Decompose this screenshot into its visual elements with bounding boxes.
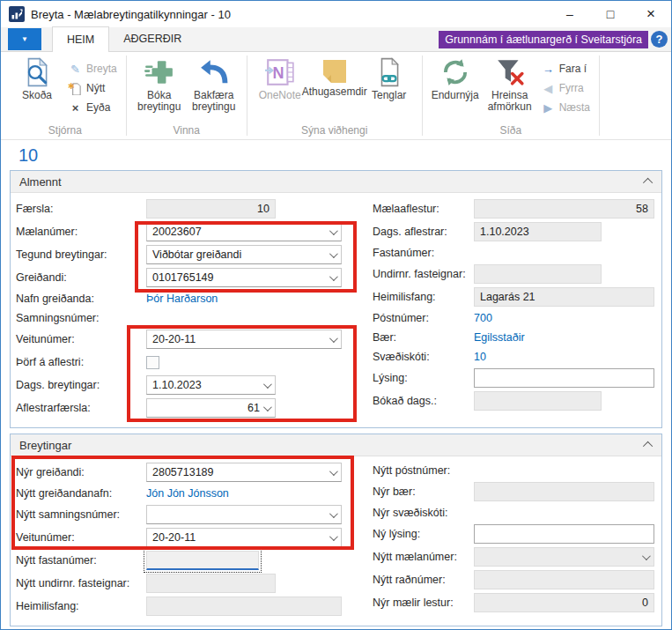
go-to-arrow-icon: → <box>541 63 556 76</box>
app-icon <box>9 6 25 22</box>
ny-lysing-input[interactable] <box>474 524 654 544</box>
title-bar: Breyta - Mælabreytingatilkynningar - 10 … <box>1 1 671 27</box>
field-faersla: Færsla:10 <box>16 198 357 219</box>
svaediskoti-link[interactable]: 10 <box>474 351 486 363</box>
field-nyr-maelir-lestur: Nýr mælir lestur:0 <box>373 592 654 613</box>
ribbon: Skoða ✎Breyta ✱Nýtt ×Eyða Stjórna <box>1 52 671 140</box>
close-button[interactable]: × <box>631 2 671 27</box>
svg-text:N: N <box>272 64 284 82</box>
field-bokad-dags: Bókað dags.: <box>373 390 654 411</box>
naesta-button: ▶Næsta <box>537 98 594 117</box>
nytt-samningsnumer-combobox[interactable] <box>146 505 342 524</box>
field-nafn-greidanda: Nafn greiðanda:Þór Harðarson <box>16 290 357 308</box>
eyda-button[interactable]: ×Eyða <box>64 98 121 117</box>
field-nyr-greidandi: Nýr greiðandi:2805713189 <box>16 462 357 483</box>
chevron-down-icon <box>263 380 272 389</box>
nytt-maelanumer-combobox[interactable] <box>474 547 654 567</box>
ribbon-separator <box>247 56 247 136</box>
nytt-fastanumer-input[interactable] <box>146 551 259 570</box>
section-almennt: Almennt Færsla:10 Mælanúmer:20023607 Teg… <box>10 170 662 428</box>
maelanumer-combobox[interactable]: 20023607 <box>146 222 342 241</box>
nytt-button[interactable]: ✱Nýtt <box>64 78 121 98</box>
field-nyr-svaediskoti: Nýr svæðiskóti: <box>373 504 654 522</box>
maximize-button[interactable]: □ <box>590 2 631 27</box>
baer-link[interactable]: Egilsstaðir <box>474 331 525 344</box>
chevron-down-icon <box>263 403 272 411</box>
onenote-icon: N <box>265 57 295 87</box>
ribbon-group-syna-vidhengi: N OneNote Athugasemdir Tenglar Sýna viðh… <box>249 52 420 139</box>
field-samningsnumer: Samningsnúmer: <box>16 309 357 327</box>
greidandi-combobox[interactable]: 0101765149 <box>146 268 342 287</box>
help-icon[interactable]: ? <box>651 31 668 48</box>
field-aflestrarfaersla: Aflestrarfærsla:61 <box>16 397 357 419</box>
lysing-input[interactable] <box>474 368 654 388</box>
field-dags-aflestrar: Dags. aflestrar:1.10.2023 <box>373 221 654 242</box>
clear-filter-icon <box>495 57 525 87</box>
page-title: 10 <box>1 140 671 168</box>
onenote-button: N OneNote <box>253 56 307 122</box>
hreinsa-afmorkun-button[interactable]: Hreinsa afmörkun <box>483 56 537 122</box>
window-title: Breyta - Mælabreytingatilkynningar - 10 <box>31 8 550 21</box>
nyr-baer-input <box>474 482 654 501</box>
bakfaera-breytingu-button[interactable]: Bakfæra breytingu <box>187 56 241 122</box>
tenglar-button[interactable]: Tenglar <box>362 56 417 122</box>
field-nyr-baer: Nýr bær: <box>373 481 654 502</box>
veitunumer-combobox[interactable]: 20-20-11 <box>146 330 342 349</box>
endurnyja-button[interactable]: Endurnýja <box>428 56 483 122</box>
ribbon-separator <box>422 56 423 136</box>
nytt-greidandanafn-link[interactable]: Jón Jón Jónsson <box>146 487 229 500</box>
skoda-button[interactable]: Skoða <box>10 56 64 122</box>
tab-adgerdir[interactable]: AÐGERÐIR <box>109 26 196 51</box>
nytt-radnumer-input <box>474 570 654 589</box>
ribbon-group-stjorna: Skoða ✎Breyta ✱Nýtt ×Eyða Stjórna <box>6 52 124 139</box>
section-breytingar: Breytingar Nýr greiðandi:2805713189 Nýtt… <box>10 434 662 626</box>
boka-breytingu-button[interactable]: Bóka breytingu <box>132 56 187 122</box>
maelaaflestur-input: 58 <box>474 199 654 219</box>
field-nytt-fastanumer: Nýtt fastanúmer: <box>16 550 357 571</box>
chevron-down-icon <box>642 552 651 560</box>
links-document-icon <box>374 57 404 87</box>
new-document-icon: ✱ <box>68 82 83 95</box>
nyr-maelir-lestur-input: 0 <box>474 593 654 612</box>
aflestrarfaersla-combobox[interactable]: 61 <box>146 398 276 418</box>
section-breytingar-header[interactable]: Breytingar <box>11 434 661 456</box>
postnumer-link[interactable]: 700 <box>474 312 492 324</box>
chevron-down-icon <box>329 334 338 343</box>
field-maelaaflestur: Mælaaflestur:58 <box>373 198 654 219</box>
chevron-down-icon <box>329 272 338 281</box>
section-almennt-header[interactable]: Almennt <box>11 171 661 193</box>
undo-arrow-icon <box>199 57 229 87</box>
ribbon-separator <box>599 56 600 136</box>
next-arrow-icon: ▶ <box>541 101 556 115</box>
ribbon-group-label: Vinna <box>132 123 241 139</box>
pencil-icon: ✎ <box>68 63 83 76</box>
athugasemdir-button[interactable]: Athugasemdir <box>307 56 362 122</box>
field-veitunumer-breyting: Veitunúmer:20-20-11 <box>16 527 357 548</box>
field-nytt-maelanumer: Nýtt mælanúmer: <box>373 546 654 567</box>
field-tegund-breytingar: Tegund breytingar:Viðbótar greiðandi <box>16 244 357 265</box>
ribbon-group-label: Stjórna <box>10 123 121 139</box>
veitunumer-breyting-combobox[interactable]: 20-20-11 <box>146 528 342 547</box>
thorf-a-aflestri-checkbox[interactable] <box>146 356 159 369</box>
field-heimilisfang-breyting: Heimilisfang: <box>16 596 357 617</box>
fara-i-button[interactable]: →Fara í <box>537 59 594 78</box>
tab-heim[interactable]: HEIM <box>52 26 109 52</box>
previous-arrow-icon: ◀ <box>541 82 556 95</box>
ribbon-group-vinna: Bóka breytingu Bakfæra breytingu Vinna <box>129 52 245 139</box>
nytt-undirnr-fasteignar-input <box>146 574 276 593</box>
minimize-button[interactable]: – <box>550 2 590 27</box>
chevron-down-icon <box>329 226 338 235</box>
heimilisfang-breyting-input <box>146 597 342 616</box>
ribbon-separator <box>126 56 127 136</box>
nyr-greidandi-combobox[interactable]: 2805713189 <box>146 463 342 482</box>
app-menu-button[interactable]: ▼ <box>8 28 41 50</box>
tegund-breytingar-combobox[interactable]: Viðbótar greiðandi <box>146 245 342 264</box>
collapse-chevron-icon <box>643 178 653 188</box>
field-fastanumer: Fastanúmer: <box>373 244 654 262</box>
collapse-chevron-icon <box>643 441 653 451</box>
field-undirnr-fasteignar: Undirnr. fasteignar: <box>373 263 654 285</box>
nafn-greidanda-link[interactable]: Þór Harðarson <box>146 293 218 305</box>
dags-breytingar-datepicker[interactable]: 1.10.2023 <box>146 375 276 395</box>
section-title: Almennt <box>19 175 62 189</box>
field-veitunumer: Veitunúmer:20-20-11 <box>16 329 357 350</box>
